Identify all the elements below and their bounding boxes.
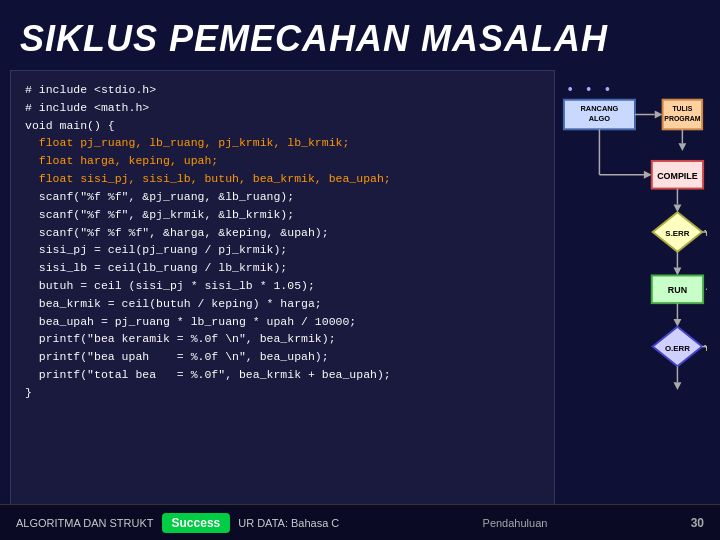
svg-text:ALGO: ALGO bbox=[588, 114, 610, 123]
svg-text:• • •: • • • bbox=[567, 81, 614, 97]
svg-text:Y: Y bbox=[704, 228, 707, 238]
code-line: scanf("%f %f %f", &harga, &keping, &upah… bbox=[25, 224, 540, 242]
code-line: printf("bea keramik = %.0f \n", bea_krmi… bbox=[25, 330, 540, 348]
code-line: sisi_lb = ceil(lb_ruang / lb_krmik); bbox=[25, 259, 540, 277]
svg-text:Y: Y bbox=[704, 343, 707, 353]
code-line: void main() { bbox=[25, 117, 540, 135]
page-title: SIKLUS PEMECAHAN MASALAH bbox=[0, 0, 720, 70]
code-line: bea_krmik = ceil(butuh / keping) * harga… bbox=[25, 295, 540, 313]
code-line: butuh = ceil (sisi_pj * sisi_lb * 1.05); bbox=[25, 277, 540, 295]
svg-text:TULIS: TULIS bbox=[672, 105, 692, 112]
code-panel: # include <stdio.h> # include <math.h> v… bbox=[10, 70, 555, 510]
page-number: 30 bbox=[691, 516, 704, 530]
svg-text:S.ERR: S.ERR bbox=[665, 229, 689, 238]
content-area: # include <stdio.h> # include <math.h> v… bbox=[0, 70, 720, 510]
svg-text:O.ERR: O.ERR bbox=[664, 344, 689, 353]
code-line: sisi_pj = ceil(pj_ruang / pj_krmik); bbox=[25, 241, 540, 259]
code-line: float sisi_pj, sisi_lb, butuh, bea_krmik… bbox=[25, 170, 540, 188]
flowchart-panel: • • • RANCANG ALGO TULIS PROGRAM bbox=[555, 70, 710, 510]
code-line: bea_upah = pj_ruang * lb_ruang * upah / … bbox=[25, 313, 540, 331]
svg-marker-37 bbox=[673, 382, 681, 390]
success-badge: Success bbox=[162, 513, 231, 533]
svg-text:COMPILE: COMPILE bbox=[657, 171, 698, 181]
code-line: scanf("%f %f", &pj_ruang, &lb_ruang); bbox=[25, 188, 540, 206]
svg-text:PROGRAM: PROGRAM bbox=[664, 115, 700, 122]
svg-text:RANCANG: RANCANG bbox=[580, 104, 618, 113]
bottom-left: ALGORITMA DAN STRUKT Success UR DATA: Ba… bbox=[16, 513, 339, 533]
code-line: printf("total bea = %.0f", bea_krmik + b… bbox=[25, 366, 540, 384]
flowchart-svg: • • • RANCANG ALGO TULIS PROGRAM bbox=[559, 76, 707, 471]
bottom-suffix: UR DATA: Bahasa C bbox=[238, 517, 339, 529]
code-line: } bbox=[25, 384, 540, 402]
code-line: float pj_ruang, lb_ruang, pj_krmik, lb_k… bbox=[25, 134, 540, 152]
svg-marker-5 bbox=[654, 111, 662, 119]
bottom-center: Pendahuluan bbox=[483, 517, 548, 529]
code-line: scanf("%f %f", &pj_krmik, &lb_krmik); bbox=[25, 206, 540, 224]
bottom-bar: ALGORITMA DAN STRUKT Success UR DATA: Ba… bbox=[0, 504, 720, 540]
code-line: # include <math.h> bbox=[25, 99, 540, 117]
slide: SIKLUS PEMECAHAN MASALAH # include <stdi… bbox=[0, 0, 720, 540]
svg-marker-25 bbox=[673, 268, 681, 276]
code-line: printf("bea upah = %.0f \n", bea_upah); bbox=[25, 348, 540, 366]
code-line: # include <stdio.h> bbox=[25, 81, 540, 99]
code-line: float harga, keping, upah; bbox=[25, 152, 540, 170]
svg-marker-13 bbox=[643, 171, 651, 179]
svg-marker-10 bbox=[678, 143, 686, 151]
svg-text:RUN: RUN bbox=[667, 285, 686, 295]
bottom-prefix: ALGORITMA DAN STRUKT bbox=[16, 517, 154, 529]
